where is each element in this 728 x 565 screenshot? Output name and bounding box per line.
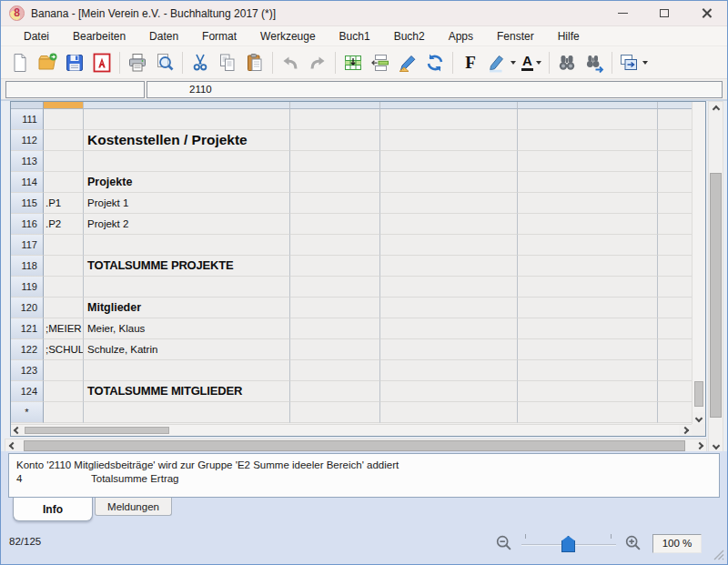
save-button[interactable] — [61, 49, 88, 76]
grid-cell[interactable] — [44, 151, 84, 172]
tab-meldungen[interactable]: Meldungen — [95, 498, 172, 516]
edit-cell-button[interactable] — [394, 49, 421, 76]
grid-cell[interactable] — [658, 151, 692, 172]
grid-cell[interactable] — [84, 151, 290, 172]
close-button[interactable] — [685, 1, 727, 25]
grid-cell[interactable] — [518, 214, 658, 235]
grid-cell[interactable] — [44, 130, 84, 151]
grid-cell[interactable] — [380, 130, 518, 151]
grid-cell[interactable] — [44, 381, 84, 402]
tab-info[interactable]: Info — [13, 498, 93, 521]
undo-button[interactable] — [277, 49, 304, 76]
grid-cell[interactable]: TOTALSUMME MITGLIEDER — [84, 381, 290, 402]
grid-cell[interactable] — [658, 130, 692, 151]
print-button[interactable] — [124, 49, 151, 76]
grid-cell[interactable] — [380, 193, 518, 214]
grid-cell[interactable] — [44, 402, 84, 423]
grid-cell[interactable] — [518, 277, 658, 298]
header-cell[interactable] — [380, 102, 518, 109]
grid-cell[interactable] — [84, 360, 290, 381]
find-button[interactable] — [553, 49, 581, 76]
grid-cell[interactable] — [84, 402, 290, 423]
grid-cell[interactable]: Schulze, Katrin — [84, 339, 290, 360]
menu-hilfe[interactable]: Hilfe — [546, 28, 592, 45]
grid-horizontal-scrollbar-thumb[interactable] — [25, 427, 169, 434]
row-number-cell[interactable]: 116 — [11, 214, 44, 235]
grid-cell[interactable] — [44, 109, 84, 130]
header-cell[interactable] — [84, 102, 290, 109]
row-number-cell[interactable]: 120 — [11, 298, 44, 318]
grid-cell[interactable] — [518, 109, 658, 130]
view-scroll-right-button[interactable] — [693, 439, 706, 452]
grid-vertical-scrollbar-thumb[interactable] — [694, 381, 703, 407]
grid-cell[interactable] — [658, 402, 692, 423]
grid-cell[interactable] — [44, 256, 84, 277]
row-number-cell[interactable]: 115 — [11, 193, 44, 214]
grid-cell[interactable] — [658, 360, 692, 381]
grid-scroll-right-button[interactable] — [679, 425, 692, 436]
grid-cell[interactable] — [380, 402, 518, 423]
row-number-cell[interactable]: 119 — [11, 277, 44, 298]
find-next-button[interactable] — [581, 49, 608, 76]
header-cell[interactable] — [658, 102, 692, 109]
grid-horizontal-scrollbar[interactable] — [11, 424, 692, 436]
grid-cell[interactable] — [518, 172, 658, 193]
grid-cell[interactable] — [290, 318, 380, 339]
minimize-button[interactable] — [602, 1, 643, 25]
cell-value-box[interactable]: 2110 — [147, 81, 723, 98]
grid-cell[interactable]: Kostenstellen / Projekte — [84, 130, 290, 151]
menu-bearbeiten[interactable]: Bearbeiten — [61, 28, 137, 45]
row-number-cell[interactable]: 112 — [11, 130, 44, 151]
grid-cell[interactable] — [84, 109, 290, 130]
font-color-button[interactable]: A — [518, 49, 545, 76]
zoom-slider[interactable] — [521, 532, 616, 554]
grid-cell[interactable] — [380, 339, 518, 360]
switch-window-button[interactable] — [616, 49, 650, 76]
export-pdf-button[interactable] — [88, 49, 116, 76]
grid-cell[interactable] — [518, 360, 658, 381]
grid-cell[interactable] — [290, 339, 380, 360]
grid-cell[interactable] — [380, 151, 518, 172]
grid-cell[interactable]: Projekt 2 — [84, 214, 290, 235]
grid-cell[interactable] — [44, 298, 84, 318]
grid-cell[interactable] — [658, 339, 692, 360]
grid-cell[interactable]: Mitglieder — [84, 298, 290, 318]
grid-cell[interactable]: .P2 — [44, 214, 84, 235]
grid-cell[interactable] — [290, 402, 380, 423]
insert-copied-rows-button[interactable] — [339, 49, 367, 76]
grid-cell[interactable]: ;SCHUL — [44, 339, 84, 360]
menu-buch2[interactable]: Buch2 — [382, 28, 437, 45]
grid-cell[interactable] — [518, 402, 658, 423]
grid-cell[interactable] — [518, 256, 658, 277]
grid-cell[interactable] — [290, 130, 380, 151]
grid-cell[interactable] — [44, 360, 84, 381]
print-preview-button[interactable] — [151, 49, 178, 76]
row-number-cell[interactable]: 122 — [11, 339, 44, 360]
grid-cell[interactable]: Meier, Klaus — [84, 318, 290, 339]
grid-cell[interactable] — [380, 172, 518, 193]
grid-cell[interactable] — [290, 193, 380, 214]
row-number-cell[interactable]: 123 — [11, 360, 44, 381]
grid-cell[interactable]: Projekte — [84, 172, 290, 193]
row-number-cell[interactable]: 111 — [11, 109, 44, 130]
view-vertical-scrollbar-thumb[interactable] — [710, 173, 722, 418]
grid-cell[interactable] — [290, 360, 380, 381]
view-scroll-up-button[interactable] — [709, 102, 723, 116]
grid-cell[interactable] — [84, 277, 290, 298]
grid-cell[interactable] — [518, 381, 658, 402]
grid-cell[interactable]: Projekt 1 — [84, 193, 290, 214]
row-number-cell[interactable]: * — [11, 402, 44, 423]
view-scroll-down-button[interactable] — [709, 439, 723, 452]
row-number-cell[interactable]: 121 — [11, 318, 44, 339]
grid-cell[interactable] — [518, 339, 658, 360]
grid-cell[interactable] — [380, 256, 518, 277]
header-cell[interactable] — [518, 102, 658, 109]
grid-cell[interactable] — [518, 151, 658, 172]
open-file-button[interactable] — [34, 49, 61, 76]
grid-cell[interactable] — [658, 256, 692, 277]
maximize-button[interactable] — [643, 1, 685, 25]
view-horizontal-scrollbar-thumb[interactable] — [24, 440, 685, 451]
grid-cell[interactable] — [290, 298, 380, 318]
grid-cell[interactable] — [290, 214, 380, 235]
grid-cell[interactable]: ;MEIER — [44, 318, 84, 339]
